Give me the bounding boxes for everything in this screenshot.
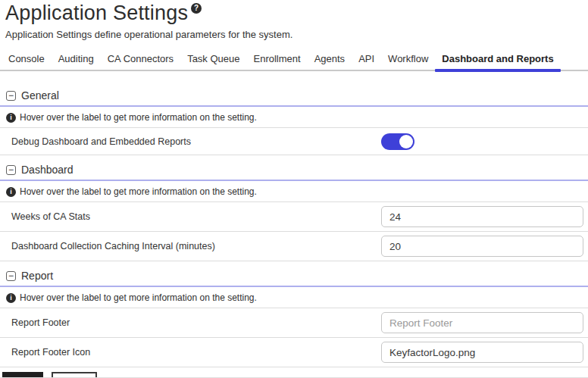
section-title: Report: [21, 270, 53, 282]
action-button-row: SAVE UNDO: [0, 367, 588, 378]
section-title: General: [21, 89, 59, 102]
tab-bar: Console Auditing CA Connectors Task Queu…: [0, 47, 588, 71]
info-row: i Hover over the label to get more infor…: [0, 107, 588, 127]
info-text: Hover over the label to get more informa…: [20, 186, 257, 197]
info-icon: i: [6, 113, 16, 123]
tab-task-queue[interactable]: Task Queue: [180, 47, 246, 70]
tab-dashboard-and-reports[interactable]: Dashboard and Reports: [435, 47, 560, 70]
info-text: Hover over the label to get more informa…: [20, 292, 257, 303]
tab-ca-connectors[interactable]: CA Connectors: [101, 47, 180, 70]
weeks-of-ca-stats-input[interactable]: [381, 206, 583, 227]
info-row: i Hover over the label to get more infor…: [0, 287, 588, 308]
tab-auditing[interactable]: Auditing: [52, 47, 101, 70]
section-report: − Report i Hover over the label to get m…: [0, 267, 588, 367]
setting-label: Report Footer: [11, 317, 381, 328]
setting-label: Weeks of CA Stats: [11, 211, 381, 222]
info-icon: i: [6, 293, 16, 303]
help-icon[interactable]: ?: [191, 3, 202, 14]
setting-row-weeks-of-ca-stats: Weeks of CA Stats: [0, 201, 588, 231]
toggle-knob: [399, 135, 413, 148]
setting-label: Debug Dashboard and Embedded Reports: [11, 136, 381, 147]
section-header-dashboard: − Dashboard: [0, 161, 588, 181]
section-dashboard: − Dashboard i Hover over the label to ge…: [0, 161, 588, 261]
setting-row-caching-interval: Dashboard Collection Caching Interval (m…: [0, 231, 588, 261]
setting-row-report-footer: Report Footer: [0, 308, 588, 337]
report-footer-icon-input[interactable]: [381, 342, 583, 363]
application-settings-page: Application Settings ? Application Setti…: [0, 0, 588, 378]
section-header-general: − General: [0, 86, 588, 107]
collapse-icon[interactable]: −: [6, 271, 16, 281]
page-title: Application Settings: [5, 2, 188, 23]
tab-console[interactable]: Console: [2, 47, 52, 70]
setting-label: Report Footer Icon: [11, 347, 381, 358]
section-title: Dashboard: [21, 164, 74, 176]
tab-api[interactable]: API: [352, 47, 381, 70]
debug-dashboard-toggle[interactable]: [381, 133, 414, 150]
setting-row-report-footer-icon: Report Footer Icon: [0, 337, 588, 367]
section-header-report: − Report: [0, 267, 588, 287]
report-footer-input[interactable]: [381, 312, 583, 333]
page-subtitle: Application Settings define operational …: [5, 29, 582, 40]
info-row: i Hover over the label to get more infor…: [0, 181, 588, 201]
collapse-icon[interactable]: −: [6, 91, 16, 101]
section-general: − General i Hover over the label to get …: [0, 86, 588, 155]
info-icon: i: [6, 187, 16, 197]
tab-workflow[interactable]: Workflow: [381, 47, 435, 70]
info-text: Hover over the label to get more informa…: [20, 112, 257, 123]
tab-enrollment[interactable]: Enrollment: [247, 47, 308, 70]
setting-row-debug-dashboard: Debug Dashboard and Embedded Reports: [0, 127, 588, 155]
collapse-icon[interactable]: −: [6, 165, 16, 175]
tab-agents[interactable]: Agents: [308, 47, 352, 70]
setting-label: Dashboard Collection Caching Interval (m…: [11, 241, 381, 251]
caching-interval-input[interactable]: [381, 236, 583, 257]
page-header: Application Settings ? Application Setti…: [0, 0, 588, 40]
